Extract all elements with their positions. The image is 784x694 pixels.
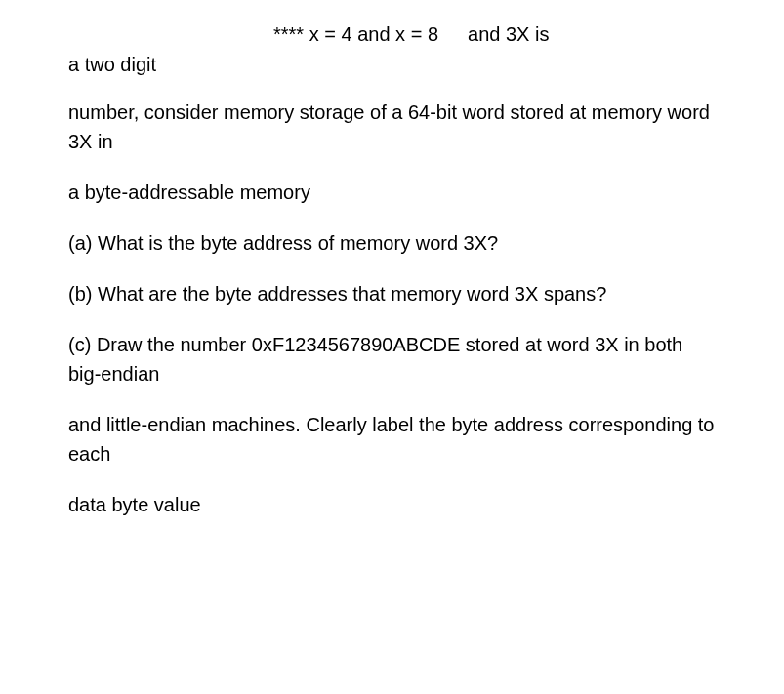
header-line: **** x = 4 and x = 8and 3X is [68,23,716,46]
header-fragment-2: and 3X is [468,23,549,45]
paragraph: data byte value [68,490,716,519]
header-fragment-1: **** x = 4 and x = 8 [68,23,438,46]
question-b: (b) What are the byte addresses that mem… [68,279,716,308]
document-body: **** x = 4 and x = 8and 3X is a two digi… [0,0,784,519]
paragraph: a byte-addressable memory [68,178,716,207]
question-c: (c) Draw the number 0xF1234567890ABCDE s… [68,330,716,388]
paragraph: number, consider memory storage of a 64-… [68,98,716,156]
question-a: (a) What is the byte address of memory w… [68,228,716,258]
text-line: a two digit [68,54,716,76]
paragraph: and little-endian machines. Clearly labe… [68,410,716,469]
